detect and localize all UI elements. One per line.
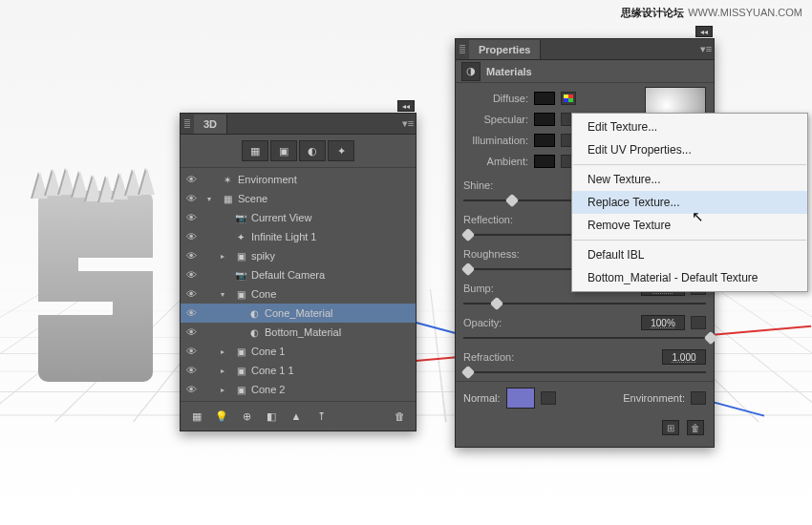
panel-menu-button[interactable]: ▾≡	[698, 43, 714, 55]
environment-label: Environment:	[623, 392, 685, 404]
section-title: Materials	[486, 66, 532, 77]
mesh-icon: ▣	[234, 364, 247, 377]
new-layer-icon[interactable]: ◧	[263, 408, 280, 425]
tree-item-bottom-material[interactable]: 👁◐Bottom_Material	[181, 323, 416, 342]
visibility-eye-icon[interactable]: 👁	[186, 326, 200, 338]
tree-item-label: Cone 2	[251, 384, 410, 395]
menu-item-default-ibl[interactable]: Default IBL	[572, 243, 807, 266]
shine-label: Shine:	[463, 179, 493, 191]
visibility-eye-icon[interactable]: 👁	[186, 384, 200, 395]
specular-color-swatch[interactable]	[534, 113, 555, 126]
tree-item-label: Cone_Material	[265, 307, 410, 319]
material-icon: ◐	[247, 306, 261, 320]
tree-item-label: Cone 1 1	[251, 365, 410, 376]
tree-item-label: Scene	[238, 193, 410, 204]
visibility-eye-icon[interactable]: 👁	[186, 346, 200, 357]
diffuse-label: Diffuse:	[463, 93, 528, 104]
light-icon[interactable]: ✦	[328, 140, 354, 161]
panel-3d: ◂◂ 3D ▾≡ ▦▣◐✦ 👁✶Environment👁▾▦Scene👁📷Cur…	[180, 113, 417, 431]
tree-item-current-view[interactable]: 👁📷Current View	[181, 208, 416, 227]
trash-icon[interactable]: 🗑	[391, 408, 408, 425]
new-material-icon[interactable]: ⊞	[662, 420, 679, 435]
panel-3d-tab[interactable]: 3D	[194, 115, 227, 134]
tree-item-cone-1[interactable]: 👁▸▣Cone 1	[181, 342, 416, 361]
material-icon[interactable]: ◐	[299, 140, 326, 161]
filter-scene-icon[interactable]: ▦	[188, 408, 205, 425]
menu-item-bottom-material-default-texture[interactable]: Bottom_Material - Default Texture	[572, 266, 807, 289]
collapse-rail-button[interactable]: ◂◂	[695, 26, 713, 37]
light-icon: ✦	[234, 230, 247, 243]
tree-item-environment[interactable]: 👁✶Environment	[181, 170, 416, 189]
opacity-texture-button[interactable]	[691, 316, 706, 329]
refraction-label: Refraction:	[463, 351, 514, 363]
menu-item-remove-texture[interactable]: Remove Texture	[572, 214, 807, 237]
illumination-color-swatch[interactable]	[534, 134, 555, 147]
twisty-icon[interactable]: ▸	[221, 386, 230, 394]
visibility-eye-icon[interactable]: 👁	[186, 288, 200, 300]
illumination-label: Illumination:	[463, 135, 528, 146]
opacity-label: Opacity:	[463, 317, 502, 328]
tree-item-spiky[interactable]: 👁▸▣spiky	[181, 246, 416, 265]
tree-item-infinite-light-1[interactable]: 👁✦Infinite Light 1	[181, 227, 416, 246]
diffuse-texture-button[interactable]	[561, 92, 576, 105]
visibility-eye-icon[interactable]: 👁	[186, 212, 200, 223]
add-icon[interactable]: ⊕	[238, 408, 255, 425]
normal-map-swatch[interactable]	[506, 388, 535, 409]
mesh-icon[interactable]: ▣	[270, 140, 297, 161]
diffuse-color-swatch[interactable]	[534, 92, 555, 105]
panel-grip[interactable]	[459, 45, 465, 54]
visibility-eye-icon[interactable]: 👁	[186, 365, 200, 376]
tree-item-default-camera[interactable]: 👁📷Default Camera	[181, 265, 416, 284]
opacity-value[interactable]: 100%	[641, 315, 685, 330]
visibility-eye-icon[interactable]: 👁	[186, 269, 200, 281]
twisty-icon[interactable]: ▾	[207, 195, 217, 203]
menu-item-edit-uv-properties[interactable]: Edit UV Properties...	[572, 138, 807, 161]
tree-item-label: Current View	[251, 212, 410, 223]
visibility-eye-icon[interactable]: 👁	[186, 174, 200, 185]
material-mode-icon[interactable]: ◑	[461, 62, 481, 81]
roughness-label: Roughness:	[463, 248, 520, 260]
environment-texture-button[interactable]	[691, 391, 706, 405]
normal-texture-button[interactable]	[541, 391, 556, 405]
reflection-label: Reflection:	[463, 214, 513, 225]
visibility-eye-icon[interactable]: 👁	[186, 193, 200, 204]
tree-item-cone-1-1[interactable]: 👁▸▣Cone 1 1	[181, 361, 416, 380]
tree-item-cone[interactable]: 👁▾▣Cone	[181, 284, 416, 304]
mesh-icon: ▣	[234, 249, 247, 262]
scene-icon[interactable]: ▦	[242, 140, 268, 161]
twisty-icon[interactable]: ▸	[221, 252, 230, 261]
refraction-slider[interactable]	[463, 368, 706, 377]
bump-slider[interactable]	[463, 299, 706, 308]
refraction-value[interactable]: 1.000	[662, 349, 706, 365]
mesh-icon: ▣	[234, 287, 247, 301]
tree-item-cone-material[interactable]: 👁◐Cone_Material	[181, 304, 416, 323]
globe-icon: ✶	[221, 173, 234, 186]
panel-properties-tab[interactable]: Properties	[469, 40, 541, 59]
mesh-icon: ▣	[234, 345, 247, 358]
visibility-eye-icon[interactable]: 👁	[186, 250, 200, 262]
menu-item-replace-texture[interactable]: Replace Texture...	[572, 191, 807, 214]
ambient-color-swatch[interactable]	[534, 155, 555, 168]
3d-object-letter	[38, 191, 153, 382]
collapse-rail-button[interactable]: ◂◂	[397, 100, 415, 112]
twisty-icon[interactable]: ▸	[221, 347, 230, 356]
panel-grip[interactable]	[184, 119, 190, 129]
tree-item-label: spiky	[251, 250, 410, 262]
opacity-slider[interactable]	[463, 333, 706, 343]
ambient-label: Ambient:	[463, 156, 528, 167]
visibility-eye-icon[interactable]: 👁	[186, 231, 200, 242]
render-icon[interactable]: ▲	[288, 408, 305, 425]
trash-icon[interactable]: 🗑	[687, 420, 704, 435]
menu-item-new-texture[interactable]: New Texture...	[572, 168, 807, 191]
twisty-icon[interactable]: ▾	[221, 290, 230, 299]
filter-light-icon[interactable]: 💡	[213, 408, 230, 425]
tree-item-label: Environment	[238, 174, 410, 185]
visibility-eye-icon[interactable]: 👁	[186, 307, 200, 319]
export-icon[interactable]: ⤒	[312, 408, 330, 425]
tree-item-scene[interactable]: 👁▾▦Scene	[181, 189, 416, 208]
panel-menu-button[interactable]: ▾≡	[400, 117, 416, 130]
twisty-icon[interactable]: ▸	[221, 367, 230, 375]
tree-item-cone-2[interactable]: 👁▸▣Cone 2	[181, 380, 416, 399]
menu-item-edit-texture[interactable]: Edit Texture...	[572, 116, 807, 138]
watermark: 思缘设计论坛WWW.MISSYUAN.COM	[621, 6, 802, 20]
